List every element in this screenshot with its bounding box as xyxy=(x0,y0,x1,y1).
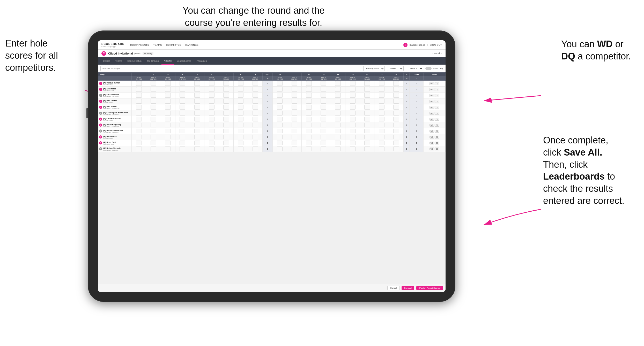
score-input[interactable] xyxy=(364,147,370,151)
tournament-cancel[interactable]: Cancel X xyxy=(432,52,442,55)
score-input[interactable] xyxy=(393,111,399,116)
hole-18-input-row9[interactable] xyxy=(389,134,403,140)
hole-15-input-row2[interactable] xyxy=(345,93,360,98)
hole-17-input-row4[interactable] xyxy=(374,104,389,110)
score-input[interactable] xyxy=(277,147,283,151)
hole-13-input-row2[interactable] xyxy=(316,93,331,98)
score-input[interactable] xyxy=(350,105,356,110)
score-input[interactable] xyxy=(277,117,283,121)
hole-1-input-row1[interactable] xyxy=(132,87,146,93)
score-input[interactable] xyxy=(393,123,399,127)
score-input[interactable] xyxy=(321,93,326,98)
score-input[interactable] xyxy=(292,141,297,145)
score-input[interactable] xyxy=(379,141,384,145)
hole-2-input-row7[interactable] xyxy=(146,122,161,128)
hole-8-input-row6[interactable] xyxy=(233,116,248,122)
hole-17-input-row9[interactable] xyxy=(374,134,389,140)
hole-11-input-row2[interactable] xyxy=(287,93,301,98)
hole-3-input-row1[interactable] xyxy=(161,87,175,93)
score-input[interactable] xyxy=(306,117,312,121)
score-input[interactable] xyxy=(223,93,229,98)
hole-12-input-row11[interactable] xyxy=(302,146,316,152)
hole-5-input-row7[interactable] xyxy=(190,122,204,128)
score-input[interactable] xyxy=(151,111,156,116)
publish-button[interactable]: Publish Round Scores xyxy=(416,286,443,290)
score-input[interactable] xyxy=(223,105,229,110)
score-input[interactable] xyxy=(379,111,384,116)
score-input[interactable] xyxy=(194,147,200,151)
score-input[interactable] xyxy=(151,105,156,110)
hole-8-input-row4[interactable] xyxy=(233,104,248,110)
score-input[interactable] xyxy=(180,87,185,92)
hole-3-input-row4[interactable] xyxy=(161,104,175,110)
score-input[interactable] xyxy=(209,111,214,116)
hole-7-input-row5[interactable] xyxy=(219,110,233,116)
score-input[interactable] xyxy=(238,135,243,139)
hole-15-input-row11[interactable] xyxy=(345,146,360,152)
hole-1-input-row10[interactable] xyxy=(132,140,146,146)
hole-5-input-row0[interactable] xyxy=(190,81,204,87)
hole-1-input-row2[interactable] xyxy=(132,93,146,98)
score-input[interactable] xyxy=(379,123,384,127)
score-input[interactable] xyxy=(379,135,384,139)
hole-3-input-row6[interactable] xyxy=(161,116,175,122)
score-input[interactable] xyxy=(277,81,283,86)
score-input[interactable] xyxy=(136,129,142,133)
dq-button[interactable]: DQ xyxy=(435,82,440,85)
score-input[interactable] xyxy=(350,147,356,151)
hole-6-input-row8[interactable] xyxy=(204,128,219,134)
score-input[interactable] xyxy=(209,147,214,151)
score-input[interactable] xyxy=(151,147,156,151)
score-input[interactable] xyxy=(136,81,142,86)
score-input[interactable] xyxy=(151,141,156,145)
score-input[interactable] xyxy=(180,99,185,104)
score-input[interactable] xyxy=(306,105,312,110)
hole-2-input-row10[interactable] xyxy=(146,140,161,146)
score-input[interactable] xyxy=(321,135,326,139)
hole-6-input-row1[interactable] xyxy=(204,87,219,93)
hole-7-input-row1[interactable] xyxy=(219,87,233,93)
hole-15-input-row1[interactable] xyxy=(345,87,360,93)
wd-button[interactable]: WD xyxy=(430,100,434,103)
hole-10-input-row4[interactable] xyxy=(272,104,287,110)
hole-3-input-row7[interactable] xyxy=(161,122,175,128)
score-input[interactable] xyxy=(292,123,297,127)
score-input[interactable] xyxy=(194,129,200,133)
hole-6-input-row9[interactable] xyxy=(204,134,219,140)
score-input[interactable] xyxy=(151,81,156,86)
hole-17-input-row5[interactable] xyxy=(374,110,389,116)
score-input[interactable] xyxy=(209,99,214,104)
score-input[interactable] xyxy=(321,117,326,121)
hole-7-input-row11[interactable] xyxy=(219,146,233,152)
hole-4-input-row5[interactable] xyxy=(175,110,190,116)
hole-13-input-row3[interactable] xyxy=(316,98,331,104)
score-input[interactable] xyxy=(238,129,243,133)
score-input[interactable] xyxy=(238,105,243,110)
score-input[interactable] xyxy=(292,147,297,151)
totals-only-toggle[interactable]: Totals Only xyxy=(425,67,443,70)
score-input[interactable] xyxy=(364,129,370,133)
tab-tee-groups[interactable]: Tee Groups xyxy=(144,57,161,65)
score-input[interactable] xyxy=(238,111,243,116)
hole-16-input-row2[interactable] xyxy=(360,93,374,98)
score-input[interactable] xyxy=(335,129,341,133)
score-input[interactable] xyxy=(350,93,356,98)
score-input[interactable] xyxy=(180,111,185,116)
score-input[interactable] xyxy=(364,81,370,86)
score-input[interactable] xyxy=(379,87,384,92)
hole-4-input-row3[interactable] xyxy=(175,98,190,104)
hole-4-input-row4[interactable] xyxy=(175,104,190,110)
score-input[interactable] xyxy=(292,99,297,104)
hole-16-input-row11[interactable] xyxy=(360,146,374,152)
hole-8-input-row8[interactable] xyxy=(233,128,248,134)
score-input[interactable] xyxy=(292,81,297,86)
score-input[interactable] xyxy=(223,117,229,121)
hole-2-input-row2[interactable] xyxy=(146,93,161,98)
score-input[interactable] xyxy=(223,87,229,92)
hole-6-input-row0[interactable] xyxy=(204,81,219,87)
hole-15-input-row9[interactable] xyxy=(345,134,360,140)
wd-button[interactable]: WD xyxy=(430,88,434,91)
hole-13-input-row8[interactable] xyxy=(316,128,331,134)
score-input[interactable] xyxy=(350,99,356,104)
score-input[interactable] xyxy=(151,117,156,121)
